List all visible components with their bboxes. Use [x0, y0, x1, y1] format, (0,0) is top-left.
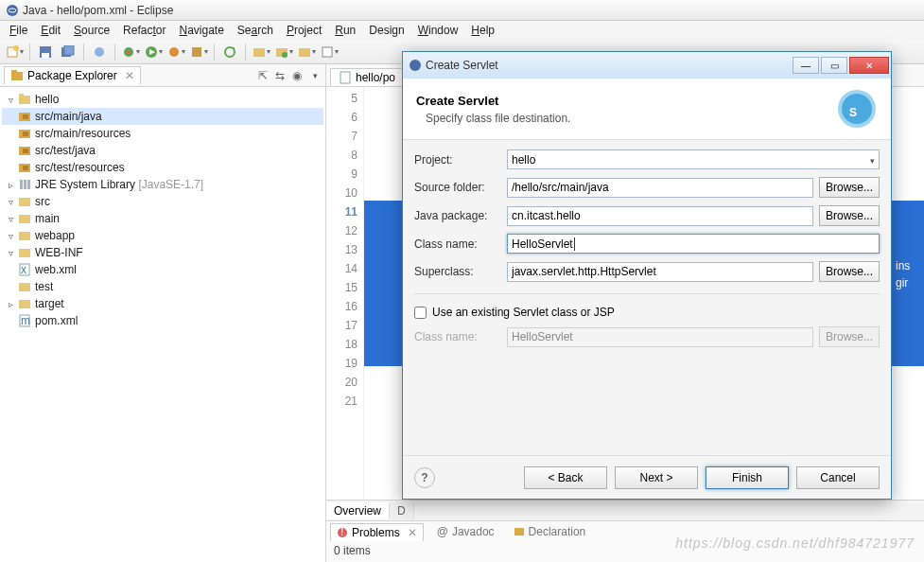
xml-file-icon: x [17, 262, 32, 277]
overview-tab[interactable]: Overview [326, 502, 390, 519]
dialog-title: Create Servlet [426, 59, 791, 72]
tree-src[interactable]: src [35, 195, 50, 208]
java-package-input[interactable]: cn.itcast.hello [507, 206, 813, 226]
java-package-label: Java package: [414, 209, 501, 222]
maximize-button[interactable]: ▭ [821, 57, 847, 74]
view-menu-icon[interactable] [306, 68, 322, 83]
use-existing-label: Use an existing Servlet class or JSP [432, 306, 615, 319]
menu-source[interactable]: Source [68, 22, 115, 39]
package-explorer-tab[interactable]: Package Explorer ✕ [4, 66, 141, 84]
menu-navigate[interactable]: Navigate [173, 22, 229, 39]
link-editor-icon[interactable]: ⇆ [272, 68, 288, 83]
tree-src-main-resources[interactable]: src/main/resources [35, 127, 131, 140]
menu-help[interactable]: Help [465, 22, 500, 39]
svg-rect-39 [19, 232, 30, 240]
menu-window[interactable]: Window [412, 22, 464, 39]
dialog-titlebar[interactable]: Create Servlet — ▭ ✕ [403, 52, 891, 79]
tree-webinf[interactable]: WEB-INF [35, 246, 83, 259]
svg-rect-17 [253, 48, 265, 57]
new-package-button[interactable] [251, 42, 271, 62]
declaration-tab[interactable]: Declaration [508, 523, 592, 540]
project-tree[interactable]: ▿hello src/main/java src/main/resources … [0, 87, 325, 562]
folder-icon [17, 194, 32, 209]
d-tab[interactable]: D [390, 502, 414, 519]
svg-rect-29 [23, 132, 28, 136]
svg-point-13 [169, 47, 179, 57]
source-folder-label: Source folder: [414, 181, 501, 194]
problems-tab[interactable]: !Problems✕ [330, 523, 424, 541]
declaration-icon [514, 526, 525, 537]
new-class-button[interactable] [273, 42, 294, 62]
close-view-icon[interactable]: ✕ [125, 69, 134, 82]
tree-test[interactable]: test [35, 280, 53, 293]
svg-point-10 [127, 50, 131, 54]
help-button[interactable]: ? [414, 467, 435, 488]
source-folder-icon [17, 126, 32, 141]
editor-tab-label: hello/po [356, 71, 395, 84]
menu-design[interactable]: Design [363, 22, 410, 39]
window-titlebar: Java - hello/pom.xml - Eclipse [0, 0, 924, 21]
menu-search[interactable]: Search [232, 22, 279, 39]
browse-source-button[interactable]: Browse... [819, 177, 880, 198]
library-icon [17, 177, 32, 192]
superclass-input[interactable]: javax.servlet.http.HttpServlet [507, 262, 813, 282]
tree-src-main-java[interactable]: src/main/java [35, 110, 102, 123]
collapse-all-icon[interactable]: ⇱ [255, 68, 270, 83]
javadoc-tab[interactable]: @Javadoc [431, 523, 500, 540]
focus-icon[interactable]: ◉ [289, 68, 305, 83]
tree-pom[interactable]: pom.xml [35, 314, 78, 327]
menu-file[interactable]: File [4, 22, 33, 39]
new-button[interactable] [4, 42, 25, 62]
browse-superclass-button[interactable]: Browse... [819, 261, 880, 282]
finish-button[interactable]: Finish [706, 466, 789, 489]
editor-tab-pom[interactable]: hello/po [330, 68, 404, 86]
editor-bottom-tabs: Overview D [326, 500, 924, 520]
svg-rect-7 [64, 45, 74, 55]
svg-rect-44 [19, 300, 30, 308]
menu-run[interactable]: Run [329, 22, 361, 39]
tree-jre[interactable]: JRE System Library [JavaSE-1.7] [35, 178, 203, 191]
tree-webapp[interactable]: webapp [35, 229, 75, 242]
save-button[interactable] [35, 42, 56, 62]
debug-button[interactable] [120, 42, 141, 62]
next-button[interactable]: Next > [615, 466, 698, 489]
svg-text:m: m [21, 314, 30, 327]
svg-rect-31 [23, 149, 28, 153]
coverage-button[interactable] [188, 42, 209, 62]
source-folder-input[interactable]: /hello/src/main/java [507, 178, 813, 198]
menu-refactor[interactable]: Refactor [117, 22, 171, 39]
class-name-label: Class name: [414, 237, 501, 251]
tool-icon[interactable] [89, 42, 110, 62]
close-button[interactable]: ✕ [849, 57, 889, 74]
create-servlet-dialog: Create Servlet — ▭ ✕ Create Servlet Spec… [402, 51, 892, 500]
tree-main[interactable]: main [35, 212, 60, 225]
menu-edit[interactable]: Edit [35, 22, 66, 39]
save-all-button[interactable] [58, 42, 78, 62]
menu-project[interactable]: Project [281, 22, 327, 39]
use-existing-checkbox[interactable]: Use an existing Servlet class or JSP [414, 306, 880, 319]
use-existing-input[interactable] [414, 307, 427, 319]
new-folder-button[interactable] [296, 42, 317, 62]
tree-webxml[interactable]: web.xml [35, 263, 77, 276]
back-button[interactable]: < Back [524, 466, 607, 489]
open-type-button[interactable] [319, 42, 340, 62]
svg-rect-35 [24, 180, 26, 189]
tree-src-test-resources[interactable]: src/test/resources [35, 161, 125, 174]
minimize-button[interactable]: — [793, 57, 819, 74]
class-name-input[interactable]: HelloServlet [507, 234, 880, 254]
project-icon [17, 92, 32, 107]
tree-project[interactable]: hello [35, 93, 59, 106]
tree-target[interactable]: target [35, 297, 64, 310]
project-select[interactable]: hello [507, 149, 880, 169]
run-button[interactable] [143, 42, 164, 62]
class-name2-label: Class name: [414, 330, 501, 343]
problems-icon: ! [337, 527, 348, 538]
problems-view: !Problems✕ @Javadoc Declaration 0 items [326, 520, 924, 562]
tree-src-test-java[interactable]: src/test/java [35, 144, 96, 157]
browse-package-button[interactable]: Browse... [819, 205, 880, 226]
build-button[interactable] [219, 42, 240, 62]
run-last-button[interactable] [166, 42, 186, 62]
cancel-button[interactable]: Cancel [796, 466, 880, 489]
svg-rect-20 [299, 48, 310, 57]
source-folder-icon [17, 143, 32, 158]
